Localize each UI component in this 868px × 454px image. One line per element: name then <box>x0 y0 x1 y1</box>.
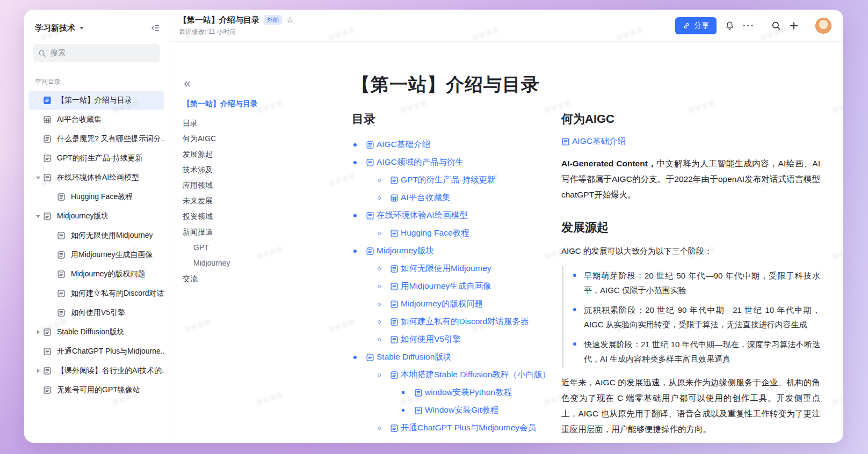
doc-link[interactable]: window安装Python教程 <box>414 387 512 398</box>
app-window: 学习新技术 搜索 空间目录 【第一站】介绍与目录AI平台收藏集什么是魔咒? 又有… <box>24 10 843 443</box>
sidebar-item-label: 用Midjourney生成自画像 <box>71 250 153 260</box>
sidebar-collapse-button[interactable] <box>150 23 160 33</box>
double-chevron-left-icon <box>183 79 192 89</box>
bullet-marker <box>573 342 576 346</box>
expander-icon[interactable] <box>34 330 42 334</box>
sidebar-item[interactable]: 开通ChatGPT Plus与Midjourne... <box>28 342 164 361</box>
sidebar-item[interactable]: GPT的衍生产品-持续更新 <box>28 149 164 168</box>
outline-item[interactable]: GPT <box>183 240 315 255</box>
bullet-marker <box>376 196 390 200</box>
sidebar-item-label: GPT的衍生产品-持续更新 <box>57 153 142 163</box>
global-search-button[interactable] <box>771 21 781 31</box>
expander-icon[interactable] <box>34 369 42 373</box>
sidebar-item-label: 在线环境体验AI绘画模型 <box>57 173 139 182</box>
bullet-marker <box>352 143 366 147</box>
outline-item[interactable]: 发展源起 <box>183 147 315 162</box>
doc-link-label: 如何使用V5引擎 <box>401 334 461 345</box>
toc-list-item: Hugging Face教程 <box>352 224 549 242</box>
sidebar: 学习新技术 搜索 空间目录 【第一站】介绍与目录AI平台收藏集什么是魔咒? 又有… <box>24 10 169 443</box>
new-doc-button[interactable] <box>789 21 799 31</box>
doc-link[interactable]: Hugging Face教程 <box>390 228 469 239</box>
doc-link[interactable]: 开通ChatGPT Plus与Midjourney会员 <box>390 422 536 434</box>
origin-heading: 发展源起 <box>561 219 820 236</box>
outline-item[interactable]: 交流 <box>183 271 315 287</box>
sidebar-item[interactable]: Midjourney版块 <box>28 207 164 226</box>
doc-link[interactable]: 如何使用V5引擎 <box>390 334 461 345</box>
workspace-title: 学习新技术 <box>35 23 75 33</box>
bullet-marker <box>573 308 576 311</box>
sidebar-item-label: Stable Diffusion版块 <box>57 327 125 337</box>
outline-item[interactable]: 目录 <box>183 115 315 131</box>
doc-icon <box>56 289 66 298</box>
outline-item[interactable]: 投资领域 <box>183 209 315 224</box>
doc-link[interactable]: 如何建立私有的Discord对话服务器 <box>390 316 529 327</box>
doc-icon <box>56 269 66 279</box>
doc-link-label: 开通ChatGPT Plus与Midjourney会员 <box>401 422 536 434</box>
doc-icon <box>42 153 52 163</box>
outline-item[interactable]: 技术涉及 <box>183 162 315 178</box>
sidebar-item[interactable]: 在线环境体验AI绘画模型 <box>28 168 164 187</box>
doc-icon <box>42 385 52 395</box>
sidebar-item[interactable]: AI平台收藏集 <box>28 110 164 129</box>
doc-link-label: 在线环境体验AI绘画模型 <box>377 210 468 221</box>
bullet-marker <box>352 161 366 164</box>
toc-list-item: Window安装Git教程 <box>352 401 549 419</box>
sidebar-item[interactable]: 什么是魔咒? 又有哪些提示词分... <box>28 129 164 149</box>
sidebar-item[interactable]: 如何无限使用Midjourney <box>28 226 164 245</box>
doc-icon <box>42 366 52 376</box>
doc-icon <box>42 327 52 337</box>
sidebar-item[interactable]: Midjourney的版权问题 <box>28 265 164 284</box>
sidebar-item[interactable]: 无账号可用的GPT镜像站 <box>28 380 164 400</box>
share-button[interactable]: 分享 <box>675 17 717 34</box>
link-label: AIGC基础介绍 <box>572 136 626 147</box>
outline-item[interactable]: 何为AIGC <box>183 131 315 147</box>
toc-list-item: GPT的衍生产品-持续更新 <box>352 171 549 189</box>
outline-collapse-button[interactable] <box>183 79 192 89</box>
toc-list-item: Stable Diffusion版块 <box>352 348 549 366</box>
doc-link[interactable]: 在线环境体验AI绘画模型 <box>366 210 468 221</box>
more-button[interactable]: ··· <box>743 23 755 28</box>
doc-link[interactable]: Window安装Git教程 <box>414 405 498 416</box>
sidebar-item[interactable]: 如何建立私有的Discord对话... <box>28 284 164 303</box>
outline-item[interactable]: 新闻报道 <box>183 224 315 240</box>
outline-item[interactable]: Midjourney <box>183 255 315 271</box>
sidebar-item[interactable]: 如何使用V5引擎 <box>28 303 164 323</box>
doc-link[interactable]: Midjourney版块 <box>366 245 434 257</box>
workspace-switcher[interactable]: 学习新技术 <box>24 18 169 38</box>
sidebar-item[interactable]: 用Midjourney生成自画像 <box>28 245 164 265</box>
expander-icon[interactable] <box>34 177 42 179</box>
aigc-intro-link[interactable]: AIGC基础介绍 <box>561 136 626 147</box>
sidebar-item[interactable]: 【课外阅读】各行业的AI技术的... <box>28 361 164 380</box>
doc-link[interactable]: AI平台收藏集 <box>390 192 450 203</box>
doc-link[interactable]: GPT的衍生产品-持续更新 <box>390 174 496 186</box>
avatar[interactable] <box>815 18 831 34</box>
outline-item[interactable]: 未来发展 <box>183 193 315 209</box>
sidebar-item[interactable]: 【第一站】介绍与目录 <box>28 91 164 110</box>
document-content: 【第一站】介绍与目录 目录 AIGC基础介绍AIGC领域的产品与衍生GPT的衍生… <box>322 42 843 443</box>
doc-link-label: 本地搭建Stable Diffusion教程（小白版） <box>401 369 551 380</box>
star-icon[interactable]: ☆ <box>286 15 293 25</box>
toc-list-item: 如何建立私有的Discord对话服务器 <box>352 313 549 331</box>
outline-item[interactable]: 应用领域 <box>183 178 315 193</box>
sidebar-item[interactable]: Hugging Face教程 <box>28 187 164 207</box>
outline-active-title[interactable]: 【第一站】介绍与目录 <box>183 99 315 109</box>
doc-link-label: 如何无限使用Midjourney <box>401 263 491 274</box>
doc-link[interactable]: 如何无限使用Midjourney <box>390 263 491 274</box>
doc-link[interactable]: 用Midjourney生成自画像 <box>390 281 491 292</box>
sidebar-item-label: 【第一站】介绍与目录 <box>57 96 132 105</box>
external-badge: 外部 <box>264 15 282 25</box>
doc-link[interactable]: 本地搭建Stable Diffusion教程（小白版） <box>390 369 551 380</box>
doc-link[interactable]: AIGC领域的产品与衍生 <box>366 157 464 168</box>
sidebar-item[interactable]: Stable Diffusion版块 <box>28 323 164 342</box>
panel-collapse-icon <box>150 23 160 33</box>
doc-icon <box>42 134 52 144</box>
doc-icon <box>42 96 52 105</box>
search-input[interactable]: 搜索 <box>33 44 160 62</box>
doc-link[interactable]: AIGC基础介绍 <box>366 139 430 150</box>
expander-icon[interactable] <box>34 215 42 218</box>
bullet-marker <box>376 232 390 235</box>
doc-link[interactable]: Midjourney的版权问题 <box>390 298 483 310</box>
doc-columns: 目录 AIGC基础介绍AIGC领域的产品与衍生GPT的衍生产品-持续更新AI平台… <box>352 111 843 437</box>
notifications-button[interactable] <box>725 20 735 31</box>
doc-link[interactable]: Stable Diffusion版块 <box>366 352 451 363</box>
